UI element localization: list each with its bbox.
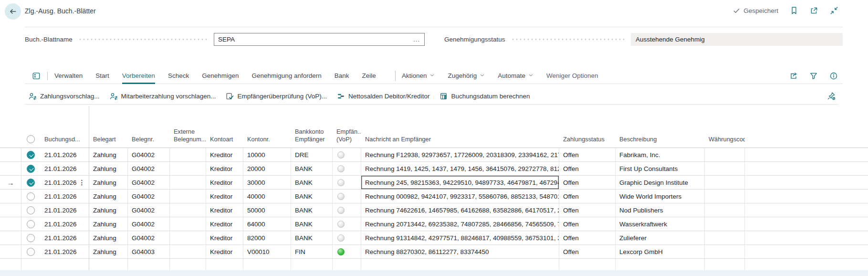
- cell-waehrung[interactable]: [705, 203, 745, 217]
- cell-waehrung[interactable]: [705, 148, 745, 161]
- cell-kontonr[interactable]: V00010: [243, 245, 291, 258]
- row-checkbox[interactable]: [27, 151, 35, 159]
- cell-buchungsdatum[interactable]: 21.01.2026: [41, 245, 89, 258]
- cell-nachricht[interactable]: Rechnung 000982, 9424107, 9923317, 55860…: [361, 190, 559, 203]
- cell-kontonr[interactable]: 50000: [243, 203, 291, 217]
- cell-belegart[interactable]: Zahlung: [89, 203, 128, 217]
- cell-kontoart[interactable]: Kreditor: [206, 176, 243, 189]
- cell-status[interactable]: Offen: [559, 217, 616, 231]
- cell-externe[interactable]: [170, 203, 206, 217]
- cell-bank[interactable]: BANK: [291, 176, 333, 189]
- cell-bank[interactable]: BANK: [291, 162, 333, 175]
- cell-belegnr[interactable]: G04002: [128, 148, 170, 161]
- row-checkbox[interactable]: [27, 206, 35, 214]
- filter-icon[interactable]: [809, 72, 818, 80]
- cell-nachricht[interactable]: Rechnung 1419, 1425, 1437, 1479, 1456, 3…: [361, 162, 559, 175]
- cell-kontonr[interactable]: 20000: [243, 162, 291, 175]
- cell-externe[interactable]: [170, 190, 206, 203]
- cell-nachricht[interactable]: Rechnung F12938, 92973657, 17726009, 203…: [361, 148, 559, 161]
- back-button[interactable]: [5, 3, 21, 20]
- tab-verwalten[interactable]: Verwalten: [54, 68, 83, 84]
- cell-waehrung[interactable]: [705, 176, 745, 189]
- cell-status[interactable]: Offen: [559, 245, 616, 258]
- cell-kontoart[interactable]: Kreditor: [206, 231, 243, 244]
- cell-buchungsdatum[interactable]: 21.01.2026: [41, 162, 89, 175]
- cell-externe[interactable]: [170, 162, 206, 175]
- cell-belegart[interactable]: Zahlung: [89, 176, 128, 189]
- cell-bank[interactable]: DRE: [291, 148, 333, 161]
- row-checkbox[interactable]: [27, 234, 35, 242]
- cell-beschreibung[interactable]: Zulieferer: [616, 231, 705, 244]
- cell-belegart[interactable]: Zahlung: [89, 217, 128, 231]
- menu-zugeh-rig[interactable]: Zugehörig: [448, 68, 485, 84]
- cell-beschreibung[interactable]: Lexcorp GmbH: [616, 245, 705, 258]
- actionbar-grid-icon[interactable]: [32, 72, 41, 80]
- cell-kontonr[interactable]: 64000: [243, 217, 291, 231]
- info-icon[interactable]: [829, 72, 838, 80]
- cell-beschreibung[interactable]: Fabrikam, Inc.: [616, 148, 705, 161]
- cell-status[interactable]: Offen: [559, 176, 616, 189]
- cell-waehrung[interactable]: [705, 217, 745, 231]
- cell-kontonr[interactable]: 40000: [243, 190, 291, 203]
- cell-belegnr[interactable]: G04002: [128, 217, 170, 231]
- cell-waehrung[interactable]: [705, 231, 745, 244]
- tab-zeile[interactable]: Zeile: [362, 68, 376, 84]
- cell-belegart[interactable]: Zahlung: [89, 148, 128, 161]
- bookmark-icon[interactable]: [790, 6, 798, 15]
- cell-bank[interactable]: FIN: [291, 245, 333, 258]
- cell-beschreibung[interactable]: Nod Publishers: [616, 203, 705, 217]
- menu-aktionen[interactable]: Aktionen: [402, 68, 435, 84]
- cell-status[interactable]: Offen: [559, 148, 616, 161]
- cell-buchungsdatum[interactable]: 21.01.2026: [41, 148, 89, 161]
- cell-bank[interactable]: BANK: [291, 203, 333, 217]
- journal-name-input[interactable]: [214, 36, 409, 43]
- cell-buchungsdatum[interactable]: 21.01.2026⋮: [41, 176, 89, 189]
- cell-externe[interactable]: [170, 231, 206, 244]
- cell-kontoart[interactable]: Kreditor: [206, 245, 243, 258]
- row-options-icon[interactable]: ⋮: [77, 179, 85, 186]
- cell-kontoart[interactable]: Kreditor: [206, 190, 243, 203]
- unpin-icon[interactable]: [827, 92, 836, 100]
- tab-vorbereiten[interactable]: Vorbereiten: [122, 68, 155, 84]
- action-buchungsdatum-berechnen[interactable]: Buchungsdatum berechnen: [439, 92, 530, 100]
- cell-waehrung[interactable]: [705, 162, 745, 175]
- cell-status[interactable]: Offen: [559, 203, 616, 217]
- menu-automate[interactable]: Automate: [498, 68, 533, 84]
- cell-buchungsdatum[interactable]: 21.01.2026: [41, 231, 89, 244]
- cell-waehrung[interactable]: [705, 245, 745, 258]
- open-in-new-window-icon[interactable]: [810, 6, 818, 15]
- lookup-ellipsis-button[interactable]: ...: [409, 36, 424, 43]
- cell-kontonr[interactable]: 82000: [243, 231, 291, 244]
- cell-nachricht[interactable]: Rechnung 245, 98215363, 94229510, 948977…: [361, 176, 559, 189]
- share-icon[interactable]: [789, 72, 798, 80]
- cell-belegnr[interactable]: G04002: [128, 176, 170, 189]
- cell-kontonr[interactable]: 10000: [243, 148, 291, 161]
- cell-beschreibung[interactable]: First Up Consultants: [616, 162, 705, 175]
- cell-belegnr[interactable]: G04002: [128, 231, 170, 244]
- row-checkbox[interactable]: [27, 192, 35, 201]
- cell-beschreibung[interactable]: Wasserkraftwerk: [616, 217, 705, 231]
- cell-externe[interactable]: [170, 176, 206, 189]
- cell-belegart[interactable]: Zahlung: [89, 190, 128, 203]
- cell-externe[interactable]: [170, 217, 206, 231]
- cell-nachricht[interactable]: Rechnung 74622616, 14657985, 64162688, 6…: [361, 203, 559, 217]
- cell-kontoart[interactable]: Kreditor: [206, 148, 243, 161]
- cell-belegart[interactable]: Zahlung: [89, 231, 128, 244]
- cell-nachricht[interactable]: Rechnung 20713442, 69235382, 74807285, 2…: [361, 217, 559, 231]
- tab-start[interactable]: Start: [95, 68, 109, 84]
- cell-waehrung[interactable]: [705, 190, 745, 203]
- action-zahlungsvorschlag[interactable]: Zahlungsvorschlag...: [29, 92, 100, 100]
- cell-status[interactable]: Offen: [559, 162, 616, 175]
- cell-nachricht[interactable]: Rechnung 88270302, 86112277, 83374450: [361, 245, 559, 258]
- cell-status[interactable]: Offen: [559, 190, 616, 203]
- cell-nachricht[interactable]: Rechnung 91314842, 42977571, 88246817, 4…: [361, 231, 559, 244]
- cell-belegnr[interactable]: G04002: [128, 203, 170, 217]
- cell-bank[interactable]: BANK: [291, 190, 333, 203]
- cell-kontoart[interactable]: Kreditor: [206, 203, 243, 217]
- cell-status[interactable]: Offen: [559, 231, 616, 244]
- row-checkbox[interactable]: [27, 248, 35, 256]
- action-mitarbeiterzahlung-vorschlagen[interactable]: Mitarbeiterzahlung vorschlagen...: [110, 92, 216, 100]
- row-checkbox[interactable]: [27, 165, 35, 173]
- cell-kontonr[interactable]: 30000: [243, 176, 291, 189]
- cell-belegart[interactable]: Zahlung: [89, 162, 128, 175]
